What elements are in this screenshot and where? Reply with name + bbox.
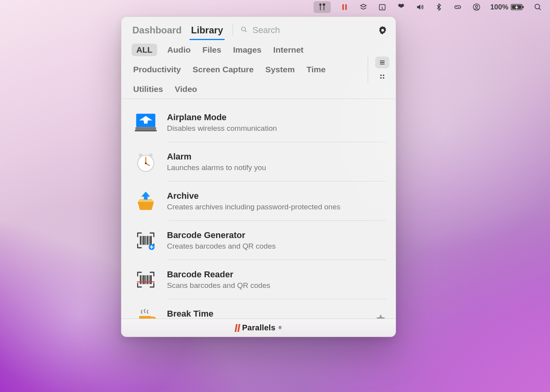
stack-menu-icon[interactable] <box>358 2 368 12</box>
grid-view-button[interactable] <box>375 71 389 82</box>
filter-all[interactable]: ALL <box>132 44 157 56</box>
svg-point-23 <box>149 153 152 157</box>
pause-menu-icon[interactable] <box>339 2 350 12</box>
svg-rect-36 <box>140 275 141 284</box>
svg-point-15 <box>383 75 384 76</box>
svg-rect-40 <box>147 275 148 284</box>
search-wrap <box>240 25 378 36</box>
settings-button[interactable] <box>378 25 388 35</box>
svg-rect-3 <box>345 4 347 10</box>
gear-icon <box>378 25 388 35</box>
tool-texts: Alarm Launches alarms to notify you <box>167 152 386 172</box>
search-icon <box>240 26 248 35</box>
tool-row-break-time[interactable]: Break Time Reminds to take regular break… <box>133 299 386 319</box>
list-view-button[interactable] <box>375 57 389 68</box>
svg-rect-31 <box>145 236 146 245</box>
tool-title: Alarm <box>167 152 386 162</box>
filter-images[interactable]: Images <box>231 44 263 56</box>
filter-audio[interactable]: Audio <box>166 44 192 56</box>
tool-texts: Archive Creates archives including passw… <box>167 191 386 211</box>
tool-title: Barcode Generator <box>167 230 386 240</box>
panel-top-row: Dashboard Library <box>121 17 396 40</box>
svg-point-7 <box>475 5 478 7</box>
spotlight-menu-icon[interactable] <box>533 2 543 12</box>
tab-dashboard[interactable]: Dashboard <box>132 25 182 40</box>
favorite-star-icon[interactable] <box>375 313 386 319</box>
tools-list: Airplane Mode Disables wireless communic… <box>121 99 396 319</box>
tool-subtitle: Disables wireless communication <box>167 124 386 133</box>
tool-subtitle: Creates archives including password-prot… <box>167 203 386 211</box>
barcode-reader-icon <box>133 267 158 292</box>
filter-row: ALL Audio Files Images Internet Producti… <box>121 40 396 99</box>
butterfly-menu-icon[interactable] <box>396 2 406 12</box>
svg-rect-27 <box>144 196 147 200</box>
tool-title: Archive <box>167 191 386 201</box>
tool-subtitle: Creates barcodes and QR codes <box>167 242 386 251</box>
list-icon <box>378 59 386 66</box>
svg-rect-38 <box>143 275 145 284</box>
grid-icon <box>378 73 386 81</box>
svg-rect-39 <box>145 275 146 284</box>
tool-row-airplane-mode[interactable]: Airplane Mode Disables wireless communic… <box>133 103 386 142</box>
filter-productivity[interactable]: Productivity <box>132 63 182 76</box>
tool-row-archive[interactable]: Archive Creates archives including passw… <box>133 181 386 221</box>
panel-footer: Parallels® <box>121 319 396 337</box>
panel-tabs: Dashboard Library <box>132 21 223 40</box>
tool-row-alarm[interactable]: Alarm Launches alarms to notify you <box>133 142 386 181</box>
search-input[interactable] <box>252 25 378 36</box>
brand-text: Parallels <box>242 323 275 332</box>
tool-texts: Break Time Reminds to take regular break… <box>167 309 367 319</box>
top-divider <box>233 24 233 35</box>
filter-system[interactable]: System <box>264 63 297 76</box>
svg-point-22 <box>139 153 142 157</box>
tool-title: Barcode Reader <box>167 269 386 280</box>
parallels-logo-bars-icon <box>235 324 240 332</box>
filter-video[interactable]: Video <box>173 83 199 95</box>
link-menu-icon[interactable] <box>453 2 463 12</box>
tab-library[interactable]: Library <box>191 25 223 40</box>
tool-subtitle: Scans barcodes and QR codes <box>167 281 386 290</box>
svg-rect-42 <box>150 275 152 284</box>
svg-point-16 <box>380 77 382 79</box>
svg-rect-32 <box>147 236 148 245</box>
svg-rect-37 <box>142 275 143 284</box>
user-menu-icon[interactable] <box>471 2 482 12</box>
svg-rect-20 <box>135 130 157 132</box>
toolbox-panel: Dashboard Library <box>121 16 396 337</box>
parallels-toolbox-menu-icon[interactable] <box>314 1 331 13</box>
volume-menu-icon[interactable] <box>415 2 425 12</box>
menubar: 1 <box>0 0 550 14</box>
svg-point-17 <box>383 77 384 79</box>
battery-level-text: 100% <box>490 3 508 11</box>
bluetooth-menu-icon[interactable] <box>434 2 444 12</box>
svg-rect-28 <box>140 236 141 245</box>
tool-row-barcode-reader[interactable]: Barcode Reader Scans barcodes and QR cod… <box>133 260 386 299</box>
svg-rect-9 <box>522 6 524 8</box>
svg-point-11 <box>535 4 540 9</box>
svg-point-14 <box>380 75 382 76</box>
tool-subtitle: Launches alarms to notify you <box>167 163 386 172</box>
svg-rect-2 <box>342 4 344 10</box>
filter-screen-capture[interactable]: Screen Capture <box>191 63 255 76</box>
tool-texts: Airplane Mode Disables wireless communic… <box>167 112 386 133</box>
tool-row-barcode-generator[interactable]: Barcode Generator Creates barcodes and Q… <box>133 221 386 260</box>
filter-internet[interactable]: Internet <box>272 44 305 56</box>
filter-files[interactable]: Files <box>201 44 223 56</box>
calendar-menu-icon[interactable]: 1 <box>377 2 387 12</box>
svg-rect-34 <box>150 236 152 245</box>
svg-text:1: 1 <box>381 6 383 10</box>
battery-menu-item[interactable]: 100% <box>490 3 524 11</box>
svg-rect-29 <box>142 236 143 245</box>
svg-rect-30 <box>143 236 145 245</box>
archive-icon <box>133 189 158 214</box>
svg-point-12 <box>241 27 245 31</box>
filter-time[interactable]: Time <box>305 63 327 76</box>
brand-registered: ® <box>279 326 282 330</box>
desktop-background: 1 <box>0 0 550 392</box>
svg-rect-33 <box>149 236 150 245</box>
svg-point-0 <box>320 4 321 5</box>
tool-title: Airplane Mode <box>167 112 386 123</box>
barcode-generator-icon <box>133 228 158 253</box>
svg-point-26 <box>145 162 147 164</box>
filter-utilities[interactable]: Utilities <box>132 83 165 95</box>
